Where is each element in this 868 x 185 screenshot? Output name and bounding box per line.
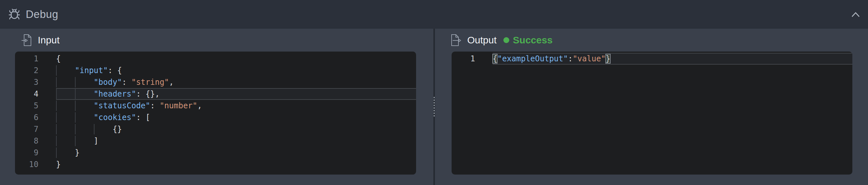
code-line: 1{ <box>15 53 416 64</box>
document-export-icon <box>451 34 461 47</box>
token-punct: } <box>56 160 61 169</box>
code-line-content[interactable]: "input": { <box>56 64 416 76</box>
indent-guide <box>56 101 75 110</box>
code-line: 7 {} <box>15 123 416 135</box>
token-key: "body" <box>94 78 122 87</box>
input-panel-title: Input <box>38 34 60 46</box>
line-number[interactable]: 7 <box>15 123 38 135</box>
token-key: "exampleOutput" <box>497 54 568 63</box>
indent-guide <box>56 125 75 134</box>
code-line-content[interactable]: } <box>56 159 416 170</box>
output-panel-header: Output Success <box>435 29 868 52</box>
output-panel-title: Output <box>467 34 497 46</box>
input-panel: Input 1{2 "input": {3 "body": "string",4… <box>0 29 433 185</box>
code-line: 5 "statusCode": "number", <box>15 100 416 112</box>
indent-guide <box>56 113 75 122</box>
chevron-up-icon <box>851 12 860 17</box>
token-punct: : {}, <box>136 89 160 99</box>
indent-guide <box>75 89 94 99</box>
code-line: 1{"exampleOutput":"value"} <box>452 53 852 64</box>
debug-panels: Input 1{2 "input": {3 "body": "string",4… <box>0 29 868 185</box>
bug-icon <box>8 8 21 21</box>
token-key: "statusCode" <box>94 101 150 110</box>
document-import-icon <box>22 34 32 47</box>
output-code-editor[interactable]: 1{"exampleOutput":"value"} <box>452 52 852 175</box>
code-line: 9 } <box>15 147 416 159</box>
line-number[interactable]: 5 <box>15 100 38 112</box>
token-key: "headers" <box>94 89 136 99</box>
token-punct: ] <box>94 136 98 146</box>
code-line: 4 "headers": {}, <box>15 88 416 100</box>
status-dot <box>503 37 509 43</box>
token-punct: : <box>122 78 131 87</box>
token-punct: : { <box>108 66 122 75</box>
debug-header: Debug <box>0 0 868 29</box>
indent-guide <box>56 148 75 157</box>
code-line-content[interactable]: "statusCode": "number", <box>56 100 416 112</box>
code-line-content[interactable]: {"exampleOutput":"value"} <box>493 53 852 64</box>
token-str: "number" <box>160 101 197 110</box>
token-punct: : [ <box>136 113 150 122</box>
code-line: 10} <box>15 159 416 170</box>
indent-guide <box>75 78 94 87</box>
input-panel-header: Input <box>0 29 433 52</box>
line-number[interactable]: 6 <box>15 112 38 123</box>
status-badge: Success <box>513 34 553 46</box>
indent-guide <box>75 136 94 146</box>
indent-guide <box>75 101 94 110</box>
code-line-content[interactable]: { <box>56 53 416 64</box>
indent-guide <box>75 125 94 134</box>
line-number[interactable]: 9 <box>15 147 38 159</box>
code-line-content[interactable]: ] <box>56 135 416 147</box>
code-line-content[interactable]: } <box>56 147 416 159</box>
token-key: "cookies" <box>94 113 136 122</box>
line-number[interactable]: 1 <box>452 53 475 64</box>
panel-resize-handle[interactable] <box>434 97 435 118</box>
token-punct: : <box>150 101 160 110</box>
indent-guide <box>56 78 75 87</box>
code-line-content[interactable]: "headers": {}, <box>56 88 416 100</box>
code-line: 3 "body": "string", <box>15 76 416 88</box>
token-punct: { <box>56 54 61 63</box>
indent-guide <box>75 113 94 122</box>
line-number[interactable]: 4 <box>15 88 38 100</box>
token-punct: } <box>75 148 80 157</box>
token-punct: : <box>568 54 572 63</box>
token-punct: , <box>197 101 202 110</box>
indent-guide <box>94 125 113 134</box>
output-panel: Output Success 1{"exampleOutput":"value"… <box>435 29 868 185</box>
line-number[interactable]: 3 <box>15 76 38 88</box>
input-code-editor[interactable]: 1{2 "input": {3 "body": "string",4 "head… <box>15 52 416 175</box>
matched-bracket: } <box>606 54 610 63</box>
token-key: "input" <box>75 66 108 75</box>
token-str: "value" <box>573 54 606 63</box>
code-line: 2 "input": { <box>15 64 416 76</box>
indent-guide <box>56 66 75 75</box>
page-title: Debug <box>26 8 58 21</box>
collapse-panel-button[interactable] <box>849 9 863 20</box>
code-line: 8 ] <box>15 135 416 147</box>
code-line: 6 "cookies": [ <box>15 112 416 123</box>
line-number[interactable]: 10 <box>15 159 38 170</box>
indent-guide <box>56 136 75 146</box>
indent-guide <box>56 89 75 99</box>
line-number[interactable]: 1 <box>15 53 38 64</box>
token-str: "string" <box>131 78 169 87</box>
token-punct: , <box>169 78 174 87</box>
code-line-content[interactable]: {} <box>56 123 416 135</box>
matched-bracket: { <box>493 54 497 63</box>
code-line-content[interactable]: "body": "string", <box>56 76 416 88</box>
token-punct: {} <box>113 125 122 134</box>
line-number[interactable]: 2 <box>15 64 38 76</box>
code-line-content[interactable]: "cookies": [ <box>56 112 416 123</box>
line-number[interactable]: 8 <box>15 135 38 147</box>
